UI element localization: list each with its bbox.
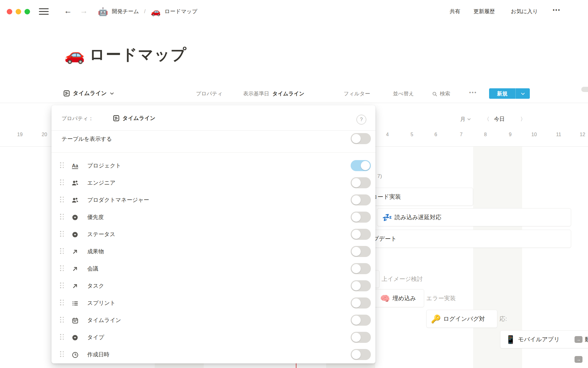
help-icon[interactable]: ?: [356, 115, 366, 125]
traffic-light-zoom[interactable]: [24, 9, 30, 14]
page-car-emoji-icon: 🚗: [151, 7, 160, 16]
timeline-view-icon: [113, 115, 120, 122]
show-table-toggle[interactable]: [351, 133, 371, 144]
open-sub-item-chip[interactable]: →: [575, 336, 582, 343]
timeline-scale-label: 月: [460, 116, 466, 122]
view-more-icon[interactable]: •••: [469, 90, 477, 95]
toolbar-divider: [0, 103, 588, 103]
card-title: 埋め込み: [392, 294, 416, 302]
new-button[interactable]: 新規: [489, 88, 530, 99]
drag-handle-icon[interactable]: [60, 317, 64, 323]
drag-handle-icon[interactable]: [60, 265, 64, 271]
card-update[interactable]: アップデート: [352, 230, 571, 248]
breadcrumb-page[interactable]: ロードマップ: [165, 8, 198, 14]
breadcrumb-team[interactable]: 開発チーム: [112, 8, 139, 14]
clock-property-icon: [71, 351, 79, 359]
drag-handle-icon[interactable]: [60, 248, 64, 254]
updates-button[interactable]: 更新履歴: [473, 8, 495, 15]
card-content: 📱モバイルアプリ→動: [500, 331, 588, 348]
card-title: ログインバグ対: [443, 315, 485, 323]
calendar-property-icon: [71, 316, 79, 324]
card-load-delay[interactable]: 💤読み込み遅延対応: [377, 208, 571, 226]
team-robot-emoji-icon: 🤖: [98, 7, 108, 16]
panel-divider: [51, 130, 375, 131]
day-label: 12: [580, 132, 585, 137]
properties-button[interactable]: プロパティ: [196, 90, 223, 98]
traffic-light-close[interactable]: [7, 9, 12, 14]
property-visibility-toggle[interactable]: [351, 229, 371, 240]
property-label: エンジニア: [87, 179, 115, 186]
timeline-next-button[interactable]: 〉: [520, 116, 526, 123]
basis-value: タイムライン: [272, 91, 304, 97]
search-button[interactable]: 検索: [432, 90, 450, 98]
drag-handle-icon[interactable]: [60, 300, 64, 305]
property-row-calendar[interactable]: タイムライン: [51, 312, 375, 329]
drag-handle-icon[interactable]: [60, 197, 64, 202]
person-property-icon: [71, 179, 79, 187]
drag-handle-icon[interactable]: [60, 214, 64, 220]
property-visibility-toggle[interactable]: [351, 280, 371, 291]
property-visibility-toggle[interactable]: [351, 246, 371, 257]
timeline-basis-button[interactable]: 表示基準日 タイムライン: [243, 90, 304, 98]
property-visibility-toggle[interactable]: [351, 349, 371, 360]
favorite-button[interactable]: お気に入り: [511, 8, 538, 15]
more-options-icon[interactable]: •••: [553, 7, 561, 13]
property-row-list[interactable]: スプリント: [51, 294, 375, 312]
property-visibility-toggle[interactable]: [351, 332, 371, 343]
timeline-scale-select[interactable]: 月: [460, 116, 471, 123]
property-visibility-toggle[interactable]: [351, 160, 371, 171]
card-embed-error-emoji-icon: 🧠: [380, 294, 390, 302]
property-visibility-toggle[interactable]: [351, 194, 371, 205]
back-button[interactable]: ←: [64, 7, 72, 15]
new-button-dropdown[interactable]: [516, 88, 530, 99]
card-mobile-app[interactable]: 📱モバイルアプリ→動: [500, 330, 588, 348]
property-row-select[interactable]: ステータス: [51, 226, 375, 243]
card-login-bug-emoji-icon: 🔑: [431, 315, 441, 323]
property-visibility-toggle[interactable]: [351, 212, 371, 223]
property-visibility-toggle[interactable]: [351, 177, 371, 188]
traffic-light-minimize[interactable]: [16, 9, 21, 14]
drag-handle-icon[interactable]: [60, 231, 64, 237]
open-sub-item-chip[interactable]: →: [575, 356, 582, 363]
card-content: 🔑ログインバグ対: [427, 310, 497, 328]
property-label: タスク: [87, 282, 104, 289]
property-row-relation[interactable]: タスク: [51, 277, 375, 294]
property-row-clock[interactable]: 作成日時: [51, 346, 375, 363]
property-row-person[interactable]: プロダクトマネージャー: [51, 191, 375, 209]
drag-handle-icon[interactable]: [60, 351, 64, 357]
property-row-select[interactable]: 優先度: [51, 209, 375, 226]
property-row-relation[interactable]: 会議: [51, 260, 375, 277]
search-icon: [432, 91, 438, 97]
new-button-label[interactable]: 新規: [489, 88, 515, 99]
timeline-today-button[interactable]: 今日: [494, 115, 505, 123]
card-login-bug[interactable]: 🔑ログインバグ対応:: [426, 310, 497, 328]
property-row-person[interactable]: エンジニア: [51, 174, 375, 191]
filter-button[interactable]: フィルター: [344, 90, 370, 98]
sidebar-menu-icon[interactable]: [39, 8, 49, 15]
property-label: プロジェクト: [87, 162, 121, 169]
drag-handle-icon[interactable]: [60, 282, 64, 288]
property-list: Aaプロジェクトエンジニアプロダクトマネージャー優先度ステータス成果物会議タスク…: [51, 157, 375, 363]
drag-handle-icon[interactable]: [60, 162, 64, 168]
property-label: 成果物: [87, 248, 104, 255]
property-label: タイプ: [87, 334, 104, 341]
timeline-prev-button[interactable]: 〈: [484, 116, 489, 123]
share-button[interactable]: 共有: [450, 8, 460, 15]
forward-button[interactable]: →: [80, 7, 88, 15]
sort-button[interactable]: 並べ替え: [393, 90, 414, 98]
view-tab-timeline[interactable]: タイムライン: [63, 90, 114, 97]
property-visibility-toggle[interactable]: [351, 297, 371, 309]
property-row-text[interactable]: Aaプロジェクト: [51, 157, 375, 174]
drag-handle-icon[interactable]: [60, 179, 64, 185]
page-title[interactable]: ロードマップ: [89, 45, 187, 64]
property-visibility-toggle[interactable]: [351, 263, 371, 274]
property-visibility-toggle[interactable]: [351, 315, 371, 326]
card-content: アップデート: [352, 230, 571, 247]
scrollbar-thumb[interactable]: [581, 87, 588, 92]
drag-handle-icon[interactable]: [60, 334, 64, 340]
property-row-select[interactable]: タイプ: [51, 329, 375, 346]
card-load-delay-emoji-icon: 💤: [382, 213, 392, 221]
page-icon[interactable]: 🚗: [64, 45, 85, 64]
property-row-relation[interactable]: 成果物: [51, 243, 375, 260]
card-title-continued: 動: [585, 335, 588, 343]
